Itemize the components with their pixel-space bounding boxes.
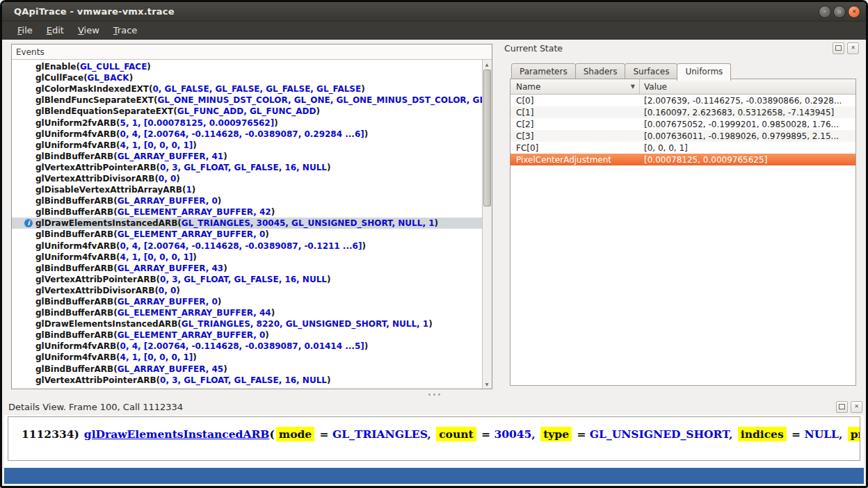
call-arguments: GL_ELEMENT_ARRAY_BUFFER, 42 bbox=[118, 207, 271, 217]
event-row[interactable]: glUniform4fvARB(0, 4, [2.00764, -0.11462… bbox=[12, 241, 483, 252]
dock-controls: ✕ bbox=[833, 401, 862, 413]
table-row[interactable]: C[1][0.160097, 2.623683, 0.5312658, -7.1… bbox=[511, 106, 855, 118]
event-row[interactable]: iglDrawElementsInstancedARB(GL_TRIANGLES… bbox=[12, 218, 483, 229]
event-row[interactable]: glDrawElementsInstancedARB(GL_TRIANGLES,… bbox=[12, 318, 483, 330]
current-state-titlebar[interactable]: Current State ✕ bbox=[504, 40, 860, 56]
event-row[interactable]: glVertexAttribDivisorARB(0, 0) bbox=[12, 285, 483, 296]
column-header-name[interactable]: Name ▼ bbox=[511, 79, 640, 94]
bottom-bar bbox=[4, 468, 864, 484]
param-value: NULL bbox=[805, 428, 839, 441]
event-row[interactable]: glUniform2fvARB(5, 1, [0.00078125, 0.000… bbox=[12, 117, 483, 128]
menu-item-trace[interactable]: Trace bbox=[106, 23, 145, 38]
call-function-name: glVertexAttribPointerARB bbox=[35, 163, 156, 172]
events-scrollbar[interactable]: ▲ ▼ bbox=[482, 60, 492, 389]
table-row[interactable]: C[0][2.007639, -0.1146275, -0.03890866, … bbox=[511, 95, 855, 106]
event-row[interactable]: glBindBufferARB(GL_ELEMENT_ARRAY_BUFFER,… bbox=[12, 206, 483, 218]
close-button[interactable]: ✕ bbox=[848, 6, 860, 18]
event-row[interactable]: glVertexAttribPointerARB(0, 3, GL_FLOAT,… bbox=[12, 162, 483, 173]
events-panel-titlebar[interactable]: Events bbox=[12, 44, 492, 60]
event-row[interactable]: glUniform4fvARB(4, 1, [0, 0, 0, 1]) bbox=[12, 352, 483, 363]
event-row[interactable]: glBindBufferARB(GL_ARRAY_BUFFER, 45) bbox=[12, 364, 483, 375]
float-button[interactable] bbox=[833, 42, 844, 54]
menu-item-edit[interactable]: Edit bbox=[40, 23, 71, 38]
dock-close-icon: ✕ bbox=[851, 45, 855, 51]
menu-item-view[interactable]: View bbox=[71, 23, 106, 38]
dock-close-button[interactable]: ✕ bbox=[847, 42, 859, 54]
column-header-value[interactable]: Value bbox=[640, 79, 855, 94]
events-panel-title: Events bbox=[16, 47, 45, 57]
tab-shaders[interactable]: Shaders bbox=[575, 63, 626, 79]
event-row[interactable]: glVertexAttribDivisorARB(0, 0) bbox=[12, 173, 483, 184]
event-row[interactable]: glCullFace(GL_BACK) bbox=[12, 72, 483, 83]
table-row[interactable]: FC[0][0, 0, 0, 1] bbox=[511, 142, 855, 154]
event-row[interactable]: glVertexAttribPointerARB(0, 3, GL_FLOAT,… bbox=[12, 375, 483, 386]
event-row[interactable]: glBindBufferARB(GL_ELEMENT_ARRAY_BUFFER,… bbox=[12, 229, 483, 240]
uniform-name: C[0] bbox=[511, 96, 640, 106]
sort-arrow-icon[interactable]: ▼ bbox=[631, 83, 635, 90]
event-row[interactable]: glBlendEquationSeparateEXT(GL_FUNC_ADD, … bbox=[12, 106, 483, 117]
call-arguments: GL_ELEMENT_ARRAY_BUFFER, 0 bbox=[118, 330, 266, 340]
uniforms-panel: Name ▼ Value C[0][2.007639, -0.1146275, … bbox=[510, 79, 856, 386]
menu-item-file[interactable]: File bbox=[10, 23, 40, 38]
table-header: Name ▼ Value bbox=[511, 79, 855, 95]
value-column-label: Value bbox=[644, 82, 667, 92]
event-row[interactable]: glUniform4fvARB(4, 1, [0, 0, 0, 1]) bbox=[12, 140, 483, 151]
call-function-name: glVertexAttribDivisorARB bbox=[35, 174, 154, 184]
dock-controls: ✕ bbox=[830, 42, 859, 54]
tab-surfaces[interactable]: Surfaces bbox=[625, 63, 677, 79]
maximize-button[interactable]: ▫ bbox=[833, 6, 846, 18]
minimize-icon: – bbox=[823, 9, 826, 15]
call-function-name: glBlendFuncSeparateEXT bbox=[35, 95, 154, 105]
scroll-up-icon[interactable]: ▲ bbox=[483, 62, 491, 67]
details-titlebar[interactable]: Details View. Frame 100, Call 1112334 ✕ bbox=[4, 398, 864, 415]
splitter-grip-dot bbox=[438, 393, 440, 396]
splitter-grip-dot bbox=[428, 393, 431, 396]
event-row[interactable]: glBindBufferARB(GL_ARRAY_BUFFER, 0) bbox=[12, 195, 483, 206]
event-row[interactable]: glBindBufferARB(GL_ARRAY_BUFFER, 41) bbox=[12, 151, 483, 162]
event-row[interactable]: glDisableVertexAttribArrayARB(1) bbox=[12, 184, 483, 195]
float-button[interactable] bbox=[836, 401, 848, 413]
tab-parameters[interactable]: Parameters bbox=[511, 63, 576, 79]
scrollbar-thumb[interactable] bbox=[483, 70, 491, 206]
event-row[interactable]: glUniform4fvARB(4, 1, [0, 0, 0, 1]) bbox=[12, 252, 483, 263]
event-row[interactable]: glUniform4fvARB(0, 4, [2.00764, -0.11462… bbox=[12, 129, 483, 140]
event-row[interactable]: glEnable(GL_CULL_FACE) bbox=[12, 61, 483, 72]
call-arguments: GL_TRIANGLES, 8220, GL_UNSIGNED_SHORT, N… bbox=[182, 319, 428, 329]
event-row[interactable]: glBindBufferARB(GL_ELEMENT_ARRAY_BUFFER,… bbox=[12, 330, 483, 341]
window-title: QApiTrace - vmware-vmx.trace bbox=[14, 6, 175, 17]
event-row[interactable]: glBindBufferARB(GL_ARRAY_BUFFER, 43) bbox=[12, 263, 483, 274]
event-row[interactable]: glVertexAttribPointerARB(0, 3, GL_FLOAT,… bbox=[12, 274, 483, 285]
table-row[interactable]: C[3][0.007636011, -0.1989026, 0.9799895,… bbox=[511, 130, 855, 142]
event-row[interactable]: glBindBufferARB(GL_ELEMENT_ARRAY_BUFFER,… bbox=[12, 307, 483, 318]
call-arguments: 0, 4, [2.00764, -0.114628, -0.0389087, 0… bbox=[120, 129, 364, 139]
param-name: count bbox=[436, 427, 476, 441]
event-row[interactable]: glUniform4fvARB(0, 4, [2.00764, -0.11462… bbox=[12, 341, 483, 352]
application-window: QApiTrace - vmware-vmx.trace – ▫ ✕ FileE… bbox=[0, 0, 868, 488]
call-function-name: glUniform4fvARB bbox=[35, 140, 116, 150]
name-column-label: Name bbox=[516, 82, 540, 92]
call-arguments: 0, 3, GL_FLOAT, GL_FALSE, 16, NULL bbox=[160, 375, 327, 385]
event-row[interactable]: glColorMaskIndexedEXT(0, GL_FALSE, GL_FA… bbox=[12, 83, 483, 95]
details-panel: Details View. Frame 100, Call 1112334 ✕ … bbox=[4, 398, 864, 472]
call-number: 1112334) bbox=[22, 428, 79, 441]
dock-close-button[interactable]: ✕ bbox=[851, 401, 862, 413]
event-row[interactable]: glBlendFuncSeparateEXT(GL_ONE_MINUS_DST_… bbox=[12, 95, 483, 106]
table-row[interactable]: C[2][0.007675052, -0.1999201, 0.9850028,… bbox=[511, 118, 855, 130]
uniform-value: [0.160097, 2.623683, 0.5312658, -7.14394… bbox=[640, 108, 855, 117]
event-row[interactable]: glBindBufferARB(GL_ARRAY_BUFFER, 0) bbox=[12, 296, 483, 307]
titlebar[interactable]: QApiTrace - vmware-vmx.trace – ▫ ✕ bbox=[2, 2, 866, 22]
param-value: GL_TRIANGLES bbox=[332, 428, 427, 441]
call-function-name: glVertexAttribDivisorARB bbox=[35, 286, 154, 295]
menu-bar: FileEditViewTrace bbox=[2, 22, 866, 40]
tab-uniforms[interactable]: Uniforms bbox=[677, 63, 731, 81]
call-arguments: 0, GL_FALSE, GL_FALSE, GL_FALSE, GL_FALS… bbox=[153, 84, 362, 94]
scroll-down-icon[interactable]: ▼ bbox=[483, 382, 491, 387]
call-function-link[interactable]: glDrawElementsInstancedARB bbox=[84, 428, 270, 441]
dock-close-icon: ✕ bbox=[854, 404, 859, 409]
call-function-name: glCullFace bbox=[35, 73, 83, 83]
splitter-handle[interactable] bbox=[4, 391, 864, 398]
table-row[interactable]: PixelCenterAdjustment[0.00078125, 0.0009… bbox=[511, 154, 855, 165]
call-arguments: 0, 4, [2.00764, -0.114628, -0.0389087, 0… bbox=[120, 341, 364, 351]
uniform-name: FC[0] bbox=[511, 143, 640, 153]
minimize-button[interactable]: – bbox=[819, 6, 831, 18]
